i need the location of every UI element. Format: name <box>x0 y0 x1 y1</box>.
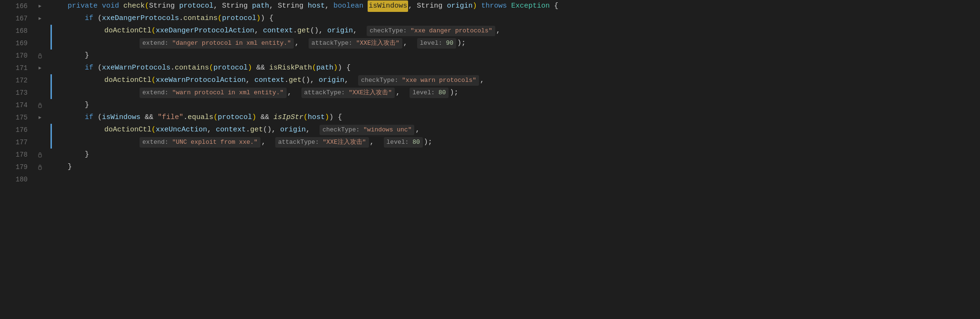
code-token <box>442 0 447 12</box>
code-token: ) <box>252 112 256 123</box>
annotation-label: level: <box>412 88 439 98</box>
annotation-value: "XXE注入攻击" <box>323 138 366 148</box>
gutter-row <box>33 149 47 161</box>
code-token: , <box>213 0 222 12</box>
fold-icon[interactable] <box>37 3 43 10</box>
code-token <box>50 112 85 123</box>
code-token: (), <box>263 124 280 136</box>
code-token <box>477 0 481 12</box>
gutter-row <box>33 111 47 124</box>
line-number: 179 <box>0 161 33 173</box>
code-line: } <box>50 50 980 62</box>
code-token: if <box>85 62 93 74</box>
code-token <box>98 0 102 12</box>
blue-bar <box>50 124 52 136</box>
gutter-row <box>33 74 47 87</box>
annotation-label: attackType: <box>311 39 356 49</box>
fold-icon[interactable] <box>37 114 43 121</box>
code-token: void <box>102 0 119 12</box>
code-token: isIpStr <box>273 112 303 123</box>
annotation-label: level: <box>387 138 413 148</box>
annotation-value: "danger protocol in xml entity." <box>172 39 291 49</box>
code-token: , <box>261 137 274 148</box>
svg-marker-3 <box>39 67 41 70</box>
code-token: if <box>85 112 93 123</box>
code-token: , <box>295 38 308 49</box>
code-token: ) <box>256 13 260 24</box>
code-token: doActionCtl <box>104 25 151 37</box>
code-token: String <box>222 0 248 12</box>
code-token <box>363 0 368 12</box>
code-token: && <box>252 62 269 74</box>
gutter-row <box>33 12 47 25</box>
annotation-box: checkType: "xxe danger protocols" <box>367 26 495 37</box>
line-number: 175 <box>0 111 33 124</box>
gutter-row <box>33 25 47 37</box>
code-line: if (xxeDangerProtocols.contains(protocol… <box>50 12 980 25</box>
code-line: } <box>50 149 980 161</box>
code-token: . <box>293 25 297 37</box>
code-token: , <box>403 38 416 49</box>
code-token <box>53 38 139 49</box>
gutter-col <box>33 0 47 319</box>
code-token: (), <box>310 25 327 37</box>
code-token: path <box>316 62 333 74</box>
fold-icon[interactable] <box>37 15 43 22</box>
code-token: throws <box>481 0 507 12</box>
code-token: , <box>370 137 383 148</box>
code-token: get <box>297 25 310 37</box>
annotation-value: 80 <box>439 88 446 98</box>
code-token: xxeWarnProtocolAction <box>156 75 246 86</box>
code-token: isRiskPath <box>269 62 312 74</box>
annotation-box: extend: "UNC exploit from xxe." <box>140 137 260 148</box>
blue-bar <box>50 87 52 99</box>
line-number: 176 <box>0 124 33 136</box>
code-token: , <box>254 25 263 37</box>
code-token <box>175 0 179 12</box>
code-line: } <box>50 99 980 111</box>
annotation-box: extend: "warn protocol in xml entity." <box>140 88 286 99</box>
code-editor: 1661671681691701711721731741751761771781… <box>0 0 980 319</box>
code-line: doActionCtl(xxeUncAction, context.get(),… <box>50 124 980 136</box>
code-token <box>53 87 139 99</box>
code-token: equals <box>188 112 213 123</box>
line-number: 180 <box>0 173 33 186</box>
code-line: } <box>50 161 980 173</box>
lock-icon <box>37 151 43 158</box>
annotation-box: checkType: "xxe warn protocols" <box>358 75 479 86</box>
blue-bar <box>50 74 52 87</box>
code-token <box>53 137 139 148</box>
annotation-label: extend: <box>142 88 172 98</box>
code-token: doActionCtl <box>104 75 151 86</box>
code-token: private <box>68 0 98 12</box>
annotation-value: "XXE注入攻击" <box>356 39 400 49</box>
code-token: . <box>246 124 250 136</box>
fold-icon[interactable] <box>37 65 43 71</box>
lock-icon <box>37 52 43 59</box>
code-token: ); <box>450 87 458 99</box>
annotation-value: "warn protocol in xml entity." <box>172 88 283 98</box>
code-token: protocol <box>213 62 248 74</box>
annotation-label: extend: <box>142 39 172 49</box>
code-token <box>50 13 85 24</box>
annotation-box: attackType: "XXE注入攻击" <box>301 88 395 99</box>
line-number: 177 <box>0 136 33 149</box>
svg-marker-5 <box>39 116 41 119</box>
svg-rect-2 <box>39 55 41 58</box>
annotation-label: checkType: <box>361 76 402 86</box>
code-token: ) <box>248 62 252 74</box>
code-token: path <box>252 0 269 12</box>
code-token: ) { <box>338 62 350 74</box>
annotation-value: "XXE注入攻击" <box>349 88 392 98</box>
code-token: && <box>256 112 273 123</box>
code-token: ( <box>93 112 102 123</box>
code-token: ) { <box>329 112 342 123</box>
annotation-box: level: 80 <box>410 88 449 99</box>
code-token <box>53 25 104 37</box>
code-token: } <box>50 149 89 160</box>
code-token: , <box>353 25 366 37</box>
code-line: doActionCtl(xxeWarnProtocolAction, conte… <box>50 74 980 87</box>
gutter-row <box>33 87 47 99</box>
highlighted-token: isWindows <box>368 0 408 12</box>
code-token: boolean <box>333 0 363 12</box>
